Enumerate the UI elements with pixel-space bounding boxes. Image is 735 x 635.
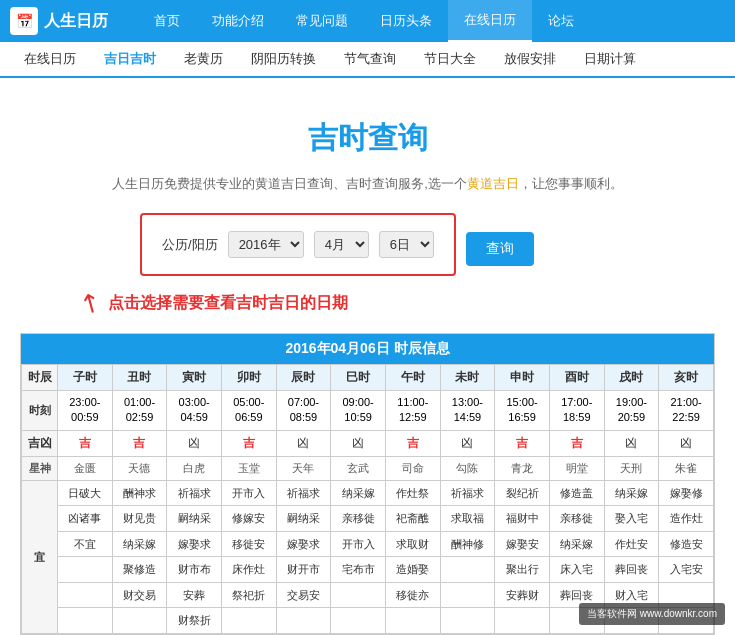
yi4-chou: 聚修造 bbox=[112, 557, 167, 583]
star-you: 明堂 bbox=[549, 456, 604, 480]
yi1-wei: 祈福求 bbox=[440, 480, 495, 506]
yi4-you: 床入宅 bbox=[549, 557, 604, 583]
yi1-si: 纳采嫁 bbox=[331, 480, 386, 506]
yi6-zi bbox=[58, 608, 113, 634]
sub-nav-jiri[interactable]: 吉日吉时 bbox=[90, 42, 170, 78]
time-info-table: 2016年04月06日 时辰信息 时辰 子时 丑时 寅时 卯时 辰时 巳时 午时… bbox=[20, 333, 715, 635]
col-zishi: 子时 bbox=[58, 365, 113, 391]
jixiong-xu: 凶 bbox=[604, 430, 659, 456]
month-select[interactable]: 4月 bbox=[314, 231, 369, 258]
jixiong-shen: 吉 bbox=[495, 430, 550, 456]
sub-nav-calendar[interactable]: 在线日历 bbox=[10, 41, 90, 77]
yi-row3: 不宜 纳采嫁 嫁娶求 移徙安 嫁娶求 开市入 求取财 酬神修 嫁娶安 纳采嫁 作… bbox=[22, 531, 714, 557]
logo-text: 人生日历 bbox=[44, 11, 108, 32]
year-select[interactable]: 2016年 bbox=[228, 231, 304, 258]
star-chen: 天年 bbox=[276, 456, 331, 480]
watermark: 当客软件网 www.downkr.com bbox=[579, 603, 725, 625]
jixiong-wu: 吉 bbox=[385, 430, 440, 456]
arrow-hint-row: ↖ 点击选择需要查看吉时吉日的日期 bbox=[80, 288, 715, 319]
yi5-chen: 交易安 bbox=[276, 582, 331, 608]
shichen-table: 时辰 子时 丑时 寅时 卯时 辰时 巳时 午时 未时 申时 酉时 戌时 亥时 bbox=[21, 364, 714, 634]
top-nav-features[interactable]: 功能介绍 bbox=[196, 0, 280, 42]
yi-row1: 宜 日破大 酬神求 祈福求 开市入 祈福求 纳采嫁 作灶祭 祈福求 裂纪祈 修造… bbox=[22, 480, 714, 506]
sub-nav-yinyangconv[interactable]: 阴阳历转换 bbox=[237, 41, 330, 77]
yi1-xu: 纳采嫁 bbox=[604, 480, 659, 506]
yi-row4: 聚修造 财市布 床作灶 财开市 宅布市 造婚娶 聚出行 床入宅 葬回丧 入宅安 bbox=[22, 557, 714, 583]
yi5-wei bbox=[440, 582, 495, 608]
yi1-chen: 祈福求 bbox=[276, 480, 331, 506]
yi3-chen: 嫁娶求 bbox=[276, 531, 331, 557]
sub-nav-jieri[interactable]: 节日大全 bbox=[410, 41, 490, 77]
top-nav-headlines[interactable]: 日历头条 bbox=[364, 0, 448, 42]
yi2-chen: 嗣纳采 bbox=[276, 506, 331, 532]
top-nav-faq[interactable]: 常见问题 bbox=[280, 0, 364, 42]
yi2-shen: 福财中 bbox=[495, 506, 550, 532]
yi2-wu: 祀斋醮 bbox=[385, 506, 440, 532]
yi2-yin: 嗣纳采 bbox=[167, 506, 222, 532]
top-nav-calendar[interactable]: 在线日历 bbox=[448, 0, 532, 42]
yi3-hai: 修造安 bbox=[659, 531, 714, 557]
arrow-hint-text: 点击选择需要查看吉时吉日的日期 bbox=[108, 293, 348, 314]
table-header: 2016年04月06日 时辰信息 bbox=[21, 334, 714, 364]
yi6-yin: 财祭折 bbox=[167, 608, 222, 634]
day-select[interactable]: 6日 bbox=[379, 231, 434, 258]
yi3-mao: 移徙安 bbox=[221, 531, 276, 557]
jixiong-row: 吉凶 吉 吉 凶 吉 凶 凶 吉 凶 吉 吉 凶 凶 bbox=[22, 430, 714, 456]
jixiong-mao: 吉 bbox=[221, 430, 276, 456]
star-chou: 天德 bbox=[112, 456, 167, 480]
top-nav-forum[interactable]: 论坛 bbox=[532, 0, 590, 42]
yi6-si bbox=[331, 608, 386, 634]
col-youshi: 酉时 bbox=[549, 365, 604, 391]
shike-mao: 05:00-06:59 bbox=[221, 391, 276, 431]
sub-nav-dateCalc[interactable]: 日期计算 bbox=[570, 41, 650, 77]
yi5-yin: 安葬 bbox=[167, 582, 222, 608]
query-section: 公历/阳历 2016年 4月 6日 查询 bbox=[80, 213, 715, 284]
yi3-wu: 求取财 bbox=[385, 531, 440, 557]
star-row: 星神 金匮 天德 白虎 玉堂 天年 玄武 司命 勾陈 青龙 明堂 天刑 朱雀 bbox=[22, 456, 714, 480]
top-navigation: 📅 人生日历 首页 功能介绍 常见问题 日历头条 在线日历 论坛 bbox=[0, 0, 735, 42]
col-chenshi: 辰时 bbox=[276, 365, 331, 391]
col-weishi: 未时 bbox=[440, 365, 495, 391]
jixiong-label: 吉凶 bbox=[22, 430, 58, 456]
yi-label: 宜 bbox=[22, 480, 58, 633]
col-shenshi: 申时 bbox=[495, 365, 550, 391]
yi5-si bbox=[331, 582, 386, 608]
shike-chen: 07:00-08:59 bbox=[276, 391, 331, 431]
yi4-wei bbox=[440, 557, 495, 583]
yi1-you: 修造盖 bbox=[549, 480, 604, 506]
logo[interactable]: 📅 人生日历 bbox=[10, 7, 108, 35]
yi2-hai: 造作灶 bbox=[659, 506, 714, 532]
sub-navigation: 在线日历 吉日吉时 老黄历 阴阳历转换 节气查询 节日大全 放假安排 日期计算 bbox=[0, 42, 735, 78]
sub-nav-holidays[interactable]: 放假安排 bbox=[490, 41, 570, 77]
star-shen: 青龙 bbox=[495, 456, 550, 480]
shike-label: 时刻 bbox=[22, 391, 58, 431]
yi6-wei bbox=[440, 608, 495, 634]
yi2-si: 亲移徙 bbox=[331, 506, 386, 532]
shike-row: 时刻 23:00-00:59 01:00-02:59 03:00-04:59 0… bbox=[22, 391, 714, 431]
query-button[interactable]: 查询 bbox=[466, 232, 534, 266]
yi1-hai: 嫁娶修 bbox=[659, 480, 714, 506]
shike-shen: 15:00-16:59 bbox=[495, 391, 550, 431]
top-nav-links: 首页 功能介绍 常见问题 日历头条 在线日历 论坛 bbox=[138, 0, 590, 42]
page-title: 吉时查询 bbox=[20, 118, 715, 159]
star-label: 星神 bbox=[22, 456, 58, 480]
col-yinshi: 寅时 bbox=[167, 365, 222, 391]
yi1-chou: 酬神求 bbox=[112, 480, 167, 506]
jixiong-zi: 吉 bbox=[58, 430, 113, 456]
yi2-chou: 财见贵 bbox=[112, 506, 167, 532]
shike-zi: 23:00-00:59 bbox=[58, 391, 113, 431]
sub-nav-laohungli[interactable]: 老黄历 bbox=[170, 41, 237, 77]
jixiong-yin: 凶 bbox=[167, 430, 222, 456]
yi2-mao: 修嫁安 bbox=[221, 506, 276, 532]
shike-wei: 13:00-14:59 bbox=[440, 391, 495, 431]
yi4-yin: 财市布 bbox=[167, 557, 222, 583]
yi6-chen bbox=[276, 608, 331, 634]
yi2-zi: 凶诸事 bbox=[58, 506, 113, 532]
sub-nav-jieqi[interactable]: 节气查询 bbox=[330, 41, 410, 77]
jixiong-you: 吉 bbox=[549, 430, 604, 456]
top-nav-home[interactable]: 首页 bbox=[138, 0, 196, 42]
column-headers-row: 时辰 子时 丑时 寅时 卯时 辰时 巳时 午时 未时 申时 酉时 戌时 亥时 bbox=[22, 365, 714, 391]
yi1-mao: 开市入 bbox=[221, 480, 276, 506]
star-yin: 白虎 bbox=[167, 456, 222, 480]
yi6-wu bbox=[385, 608, 440, 634]
